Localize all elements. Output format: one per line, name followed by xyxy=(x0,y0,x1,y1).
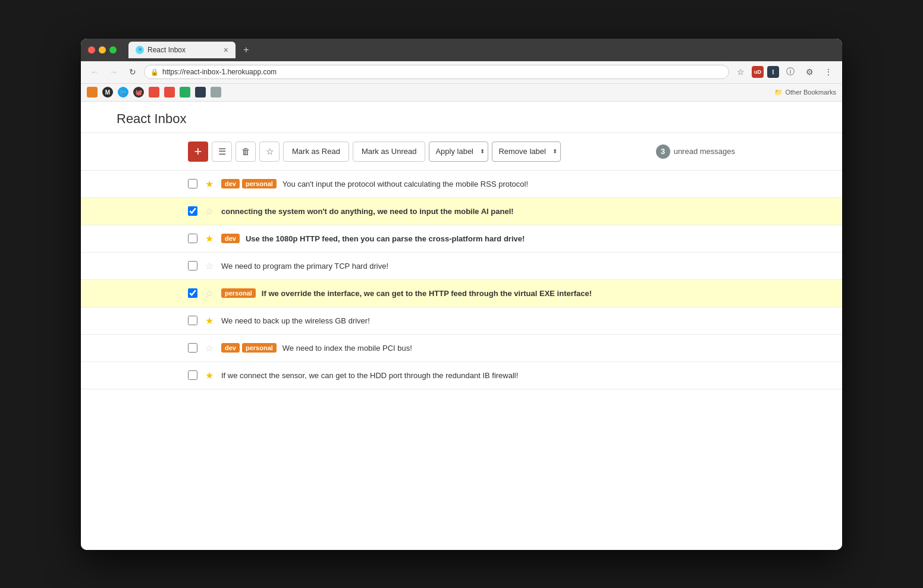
delete-button[interactable]: 🗑 xyxy=(236,142,256,162)
messages-list: ★devpersonalYou can't input the protocol… xyxy=(81,171,842,550)
unread-count-area: 3 unread messages xyxy=(656,144,735,159)
toolbar: + ☰ 🗑 ☆ Mark as Read Mark as Unread Appl… xyxy=(81,133,842,171)
more-button[interactable]: ⋮ xyxy=(821,64,836,80)
apply-label-wrapper: Apply label dev personal xyxy=(429,142,488,162)
message-subject: If we override the interface, we can get… xyxy=(262,289,735,298)
message-row[interactable]: ☆personalIf we override the interface, w… xyxy=(81,280,842,307)
star-icon: ☆ xyxy=(266,146,274,157)
minimize-button[interactable] xyxy=(99,46,106,54)
message-row[interactable]: ☆devpersonalWe need to index the mobile … xyxy=(81,335,842,362)
message-subject: We need to program the primary TCP hard … xyxy=(221,262,735,271)
message-checkbox[interactable] xyxy=(188,234,197,243)
info-button[interactable]: ⓘ xyxy=(783,64,798,80)
message-checkbox[interactable] xyxy=(188,343,197,353)
message-checkbox[interactable] xyxy=(188,288,197,298)
bookmark-flame[interactable] xyxy=(87,87,98,98)
message-subject: You can't input the protocol without cal… xyxy=(282,180,735,188)
browser-tab-active[interactable]: ⚛ React Inbox × xyxy=(128,42,236,58)
message-labels: devpersonal xyxy=(221,343,277,353)
label-badge-personal: personal xyxy=(221,288,256,298)
mark-unread-button[interactable]: Mark as Unread xyxy=(353,142,425,162)
message-star[interactable]: ☆ xyxy=(203,287,215,299)
title-bar: ⚛ React Inbox × + xyxy=(81,39,842,61)
apply-label-select[interactable]: Apply label dev personal xyxy=(429,142,488,162)
close-button[interactable] xyxy=(88,46,95,54)
back-button[interactable]: ← xyxy=(87,64,102,80)
bookmark-red2[interactable] xyxy=(164,87,175,98)
nav-right-icons: ☆ uD I ⓘ ⚙ ⋮ xyxy=(733,64,836,80)
other-bookmarks-label: Other Bookmarks xyxy=(785,89,836,96)
remove-label-wrapper: Remove label dev personal xyxy=(492,142,561,162)
message-star[interactable]: ★ xyxy=(203,315,215,326)
browser-window: ⚛ React Inbox × + ← → ↻ 🔒 https://react-… xyxy=(81,39,842,550)
select-all-icon: ☰ xyxy=(218,146,226,157)
message-checkbox[interactable] xyxy=(188,206,197,216)
extension-i[interactable]: I xyxy=(767,66,779,78)
compose-button[interactable]: + xyxy=(188,142,208,162)
bookmark-grey[interactable] xyxy=(211,87,221,98)
message-checkbox[interactable] xyxy=(188,179,197,188)
bookmark-github[interactable]: 🐙 xyxy=(133,87,144,98)
message-star[interactable]: ★ xyxy=(203,232,215,244)
message-checkbox[interactable] xyxy=(188,261,197,271)
bookmark-medium[interactable]: M xyxy=(102,87,113,98)
message-subject: If we connect the sensor, we can get to … xyxy=(221,371,735,380)
star-button[interactable]: ☆ xyxy=(259,142,280,162)
bookmark-red1[interactable] xyxy=(149,87,159,98)
unread-badge: 3 xyxy=(656,144,670,159)
message-star[interactable]: ☆ xyxy=(203,342,215,354)
message-row[interactable]: ★We need to back up the wireless GB driv… xyxy=(81,307,842,335)
message-labels: devpersonal xyxy=(221,179,277,188)
delete-icon: 🗑 xyxy=(241,146,250,156)
bookmark-twitter[interactable]: 🐦 xyxy=(118,87,128,98)
bookmark-star-button[interactable]: ☆ xyxy=(733,64,748,80)
message-subject: Use the 1080p HTTP feed, then you can pa… xyxy=(246,234,735,243)
url-text: https://react-inbox-1.herokuapp.com xyxy=(162,68,277,76)
app-header: React Inbox xyxy=(81,102,842,133)
message-row[interactable]: ★devUse the 1080p HTTP feed, then you ca… xyxy=(81,225,842,253)
message-subject: We need to index the mobile PCI bus! xyxy=(282,344,735,353)
message-subject: connecting the system won't do anything,… xyxy=(221,207,735,216)
app-title: React Inbox xyxy=(117,111,806,127)
settings-button[interactable]: ⚙ xyxy=(802,64,817,80)
unread-text: unread messages xyxy=(674,147,735,156)
label-badge-personal: personal xyxy=(242,179,277,188)
other-bookmarks[interactable]: 📁 Other Bookmarks xyxy=(774,89,836,96)
refresh-button[interactable]: ↻ xyxy=(125,64,140,80)
label-badge-dev: dev xyxy=(221,343,240,353)
mark-read-button[interactable]: Mark as Read xyxy=(283,142,349,162)
extension-ud[interactable]: uD xyxy=(752,66,764,78)
message-row[interactable]: ☆connecting the system won't do anything… xyxy=(81,198,842,225)
message-labels: personal xyxy=(221,288,256,298)
message-star[interactable]: ☆ xyxy=(203,260,215,272)
nav-bar: ← → ↻ 🔒 https://react-inbox-1.herokuapp.… xyxy=(81,61,842,84)
message-subject: We need to back up the wireless GB drive… xyxy=(221,316,735,325)
message-star[interactable]: ★ xyxy=(203,178,215,190)
label-badge-personal: personal xyxy=(242,343,277,353)
bookmark-teal[interactable] xyxy=(180,87,190,98)
folder-icon: 📁 xyxy=(774,89,783,96)
label-badge-dev: dev xyxy=(221,179,240,188)
forward-button[interactable]: → xyxy=(106,64,121,80)
lock-icon: 🔒 xyxy=(150,68,159,76)
select-all-button[interactable]: ☰ xyxy=(212,142,232,162)
message-checkbox[interactable] xyxy=(188,316,197,325)
message-checkbox[interactable] xyxy=(188,370,197,380)
tab-close-button[interactable]: × xyxy=(224,45,228,55)
tab-title: React Inbox xyxy=(147,46,186,54)
new-tab-button[interactable]: + xyxy=(238,42,255,58)
bookmark-dark[interactable] xyxy=(195,87,206,98)
label-badge-dev: dev xyxy=(221,234,240,243)
message-star[interactable]: ★ xyxy=(203,369,215,381)
react-icon: ⚛ xyxy=(136,46,144,54)
message-star[interactable]: ☆ xyxy=(203,205,215,217)
remove-label-select[interactable]: Remove label dev personal xyxy=(492,142,561,162)
bookmarks-bar: M 🐦 🐙 📁 Other Bookmarks xyxy=(81,84,842,102)
maximize-button[interactable] xyxy=(109,46,117,54)
traffic-lights xyxy=(88,46,117,54)
main-content: React Inbox + ☰ 🗑 ☆ Mark as Read Mark as… xyxy=(81,102,842,550)
message-row[interactable]: ★If we connect the sensor, we can get to… xyxy=(81,362,842,389)
message-row[interactable]: ☆We need to program the primary TCP hard… xyxy=(81,253,842,280)
address-bar[interactable]: 🔒 https://react-inbox-1.herokuapp.com xyxy=(144,65,729,79)
message-row[interactable]: ★devpersonalYou can't input the protocol… xyxy=(81,171,842,198)
